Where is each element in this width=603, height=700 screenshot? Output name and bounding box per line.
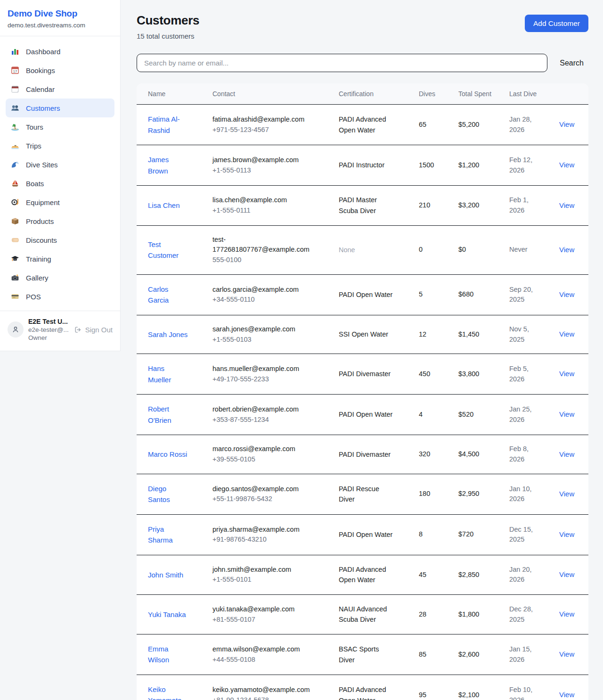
dives-count: 12	[411, 315, 451, 354]
sidebar-item-dashboard[interactable]: Dashboard	[6, 42, 114, 61]
sign-out-button[interactable]: Sign Out	[74, 326, 113, 334]
customer-name-link[interactable]: Emma Wilson	[148, 643, 189, 666]
customer-email: john.smith@example.com	[212, 565, 312, 575]
sidebar-item-gallery[interactable]: Gallery	[6, 268, 114, 287]
sidebar-item-label: Calendar	[26, 85, 55, 93]
view-link[interactable]: View	[559, 161, 574, 169]
search-input[interactable]	[137, 54, 547, 72]
view-link[interactable]: View	[559, 330, 574, 338]
sidebar-item-pos[interactable]: POS	[6, 287, 114, 306]
dives-count: 65	[411, 105, 451, 145]
view-link[interactable]: View	[559, 370, 574, 378]
package-icon	[10, 216, 20, 226]
customer-name-link[interactable]: Fatima Al-Rashid	[148, 114, 189, 136]
customer-name-link[interactable]: James Brown	[148, 154, 189, 176]
view-link[interactable]: View	[559, 650, 574, 658]
credit-card-icon	[10, 292, 20, 301]
last-dive-date: Feb 5, 2026	[509, 364, 537, 385]
certification: BSAC Sports Diver	[339, 644, 396, 665]
view-link[interactable]: View	[559, 246, 574, 254]
sidebar-item-training[interactable]: Training	[6, 249, 114, 268]
spiral-calendar-icon	[10, 84, 20, 94]
sidebar-user-section: E2E Test U... e2e-tester@... Owner Sign …	[0, 311, 120, 351]
table-row: Yuki Tanaka yuki.tanaka@example.com +81-…	[137, 594, 588, 634]
search-button[interactable]: Search	[555, 59, 588, 67]
table-row: Sarah Jones sarah.jones@example.com +1-5…	[137, 315, 588, 354]
customer-count: 15 total customers	[137, 32, 199, 40]
sidebar-nav: Dashboard 17 Bookings Calendar Customers…	[0, 36, 120, 311]
wave-icon	[10, 160, 20, 169]
view-link[interactable]: View	[559, 120, 574, 128]
last-dive-date: Jan 20, 2026	[509, 565, 537, 585]
sidebar-item-label: Discounts	[26, 236, 57, 244]
people-icon	[10, 103, 20, 113]
certification: None	[339, 245, 355, 255]
island-icon	[10, 122, 20, 132]
customers-table: Name Contact Certification Dives Total S…	[137, 83, 588, 700]
sidebar-item-label: Tours	[26, 123, 43, 131]
add-customer-button[interactable]: Add Customer	[525, 15, 588, 32]
dive-mask-icon	[10, 198, 20, 207]
sidebar-item-equipment[interactable]: Equipment	[6, 193, 114, 212]
person-icon	[11, 325, 20, 334]
total-spent: $2,850	[451, 555, 502, 594]
last-dive-date: Jan 10, 2026	[509, 484, 537, 505]
sidebar-item-trips[interactable]: Trips	[6, 136, 114, 155]
customer-name-link[interactable]: Keiko Yamamoto	[148, 684, 189, 700]
customer-name-link[interactable]: Carlos Garcia	[148, 284, 189, 306]
sidebar-item-label: Customers	[26, 104, 60, 112]
sidebar-item-bookings[interactable]: 17 Bookings	[6, 61, 114, 80]
customer-name-link[interactable]: Yuki Tanaka	[148, 609, 186, 620]
customer-email: test-1772681807767@example.com	[212, 235, 312, 255]
customer-phone: +81-555-0107	[212, 615, 324, 625]
customer-name-link[interactable]: Priya Sharma	[148, 524, 189, 546]
customer-name-link[interactable]: Sarah Jones	[148, 329, 187, 340]
table-row: Lisa Chen lisa.chen@example.com +1-555-0…	[137, 186, 588, 225]
customer-name-link[interactable]: Diego Santos	[148, 483, 189, 505]
sidebar-item-customers[interactable]: Customers	[6, 99, 114, 117]
sidebar-item-tours[interactable]: Tours	[6, 117, 114, 136]
user-email: e2e-tester@...	[28, 326, 69, 333]
customer-name-link[interactable]: Lisa Chen	[148, 200, 180, 211]
dives-count: 1500	[411, 145, 451, 186]
customer-name-link[interactable]: Marco Rossi	[148, 449, 187, 460]
sidebar-item-label: Products	[26, 217, 54, 225]
speedboat-icon	[10, 141, 20, 150]
customer-name-link[interactable]: Robert O'Brien	[148, 404, 189, 426]
customer-name-link[interactable]: Test Customer	[148, 239, 189, 261]
total-spent: $0	[451, 225, 502, 274]
column-header-action	[552, 83, 588, 105]
view-link[interactable]: View	[559, 490, 574, 498]
tag-icon	[10, 235, 20, 245]
view-link[interactable]: View	[559, 290, 574, 298]
view-link[interactable]: View	[559, 410, 574, 418]
sidebar-item-label: Training	[26, 255, 51, 263]
customer-phone: +44-555-0108	[212, 655, 324, 665]
sidebar-item-dive-sites[interactable]: Dive Sites	[6, 155, 114, 174]
last-dive-date: Jan 28, 2026	[509, 115, 537, 135]
page-header-text: Customers 15 total customers	[137, 13, 199, 40]
view-link[interactable]: View	[559, 610, 574, 618]
sidebar-item-calendar[interactable]: Calendar	[6, 80, 114, 99]
view-link[interactable]: View	[559, 530, 574, 538]
view-link[interactable]: View	[559, 450, 574, 458]
sidebar-item-boats[interactable]: Boats	[6, 174, 114, 193]
customer-email: sarah.jones@example.com	[212, 324, 312, 335]
customer-name-link[interactable]: John Smith	[148, 569, 183, 580]
certification: PADI Open Water	[339, 289, 392, 300]
view-link[interactable]: View	[559, 201, 574, 209]
column-header-last-dive: Last Dive	[502, 83, 552, 105]
customers-table-card: Name Contact Certification Dives Total S…	[137, 83, 588, 700]
sidebar-item-products[interactable]: Products	[6, 212, 114, 231]
sidebar-item-label: POS	[26, 293, 41, 301]
view-link[interactable]: View	[559, 691, 574, 699]
sidebar-item-discounts[interactable]: Discounts	[6, 231, 114, 249]
avatar	[8, 321, 24, 338]
customer-name-link[interactable]: Hans Mueller	[148, 363, 189, 385]
customer-email: lisa.chen@example.com	[212, 195, 312, 206]
user-name: E2E Test U...	[28, 318, 69, 325]
total-spent: $1,450	[451, 315, 502, 354]
view-link[interactable]: View	[559, 570, 574, 578]
sidebar-item-label: Equipment	[26, 198, 60, 206]
sidebar-header: Demo Dive Shop demo.test.divestreams.com	[0, 0, 120, 36]
